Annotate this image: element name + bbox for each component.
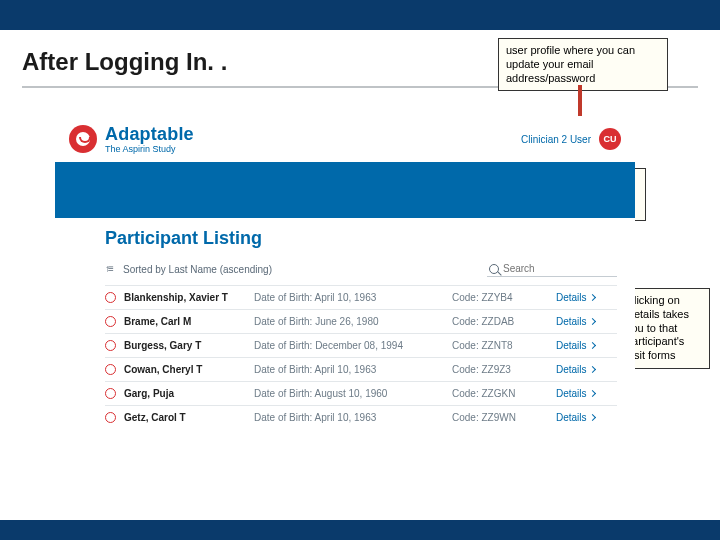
chevron-right-icon bbox=[589, 342, 596, 349]
row-dob: Date of Birth: June 26, 1980 bbox=[254, 316, 444, 327]
brand-left: Adaptable The Aspirin Study bbox=[69, 125, 194, 154]
row-radio[interactable] bbox=[105, 364, 116, 375]
sort-control[interactable]: Sorted by Last Name (ascending) bbox=[105, 263, 272, 275]
row-radio[interactable] bbox=[105, 316, 116, 327]
details-label: Details bbox=[556, 412, 587, 423]
sort-label: Sorted by Last Name (ascending) bbox=[123, 264, 272, 275]
table-row: Getz, Carol TDate of Birth: April 10, 19… bbox=[105, 405, 617, 429]
row-name: Getz, Carol T bbox=[124, 412, 246, 423]
row-radio[interactable] bbox=[105, 412, 116, 423]
row-code: Code: ZZ9WN bbox=[452, 412, 548, 423]
avatar[interactable]: CU bbox=[599, 128, 621, 150]
row-code: Code: ZZDAB bbox=[452, 316, 548, 327]
row-name: Cowan, Cheryl T bbox=[124, 364, 246, 375]
brand-name: Adaptable bbox=[105, 125, 194, 143]
row-name: Garg, Puja bbox=[124, 388, 246, 399]
row-dob: Date of Birth: December 08, 1994 bbox=[254, 340, 444, 351]
chevron-right-icon bbox=[589, 366, 596, 373]
brand-tagline: The Aspirin Study bbox=[105, 145, 194, 154]
details-link[interactable]: Details bbox=[556, 292, 595, 303]
search-input[interactable] bbox=[503, 263, 603, 274]
slide-top-bar bbox=[0, 0, 720, 30]
details-link[interactable]: Details bbox=[556, 412, 595, 423]
participant-list: Blankenship, Xavier TDate of Birth: Apri… bbox=[55, 281, 635, 429]
details-link[interactable]: Details bbox=[556, 388, 595, 399]
table-row: Blankenship, Xavier TDate of Birth: Apri… bbox=[105, 285, 617, 309]
chevron-right-icon bbox=[589, 318, 596, 325]
search-icon bbox=[489, 264, 499, 274]
chevron-right-icon bbox=[589, 294, 596, 301]
row-code: Code: ZZGKN bbox=[452, 388, 548, 399]
list-toolbar: Sorted by Last Name (ascending) bbox=[55, 255, 635, 281]
row-name: Burgess, Gary T bbox=[124, 340, 246, 351]
table-row: Cowan, Cheryl TDate of Birth: April 10, … bbox=[105, 357, 617, 381]
user-menu[interactable]: Clinician 2 User CU bbox=[521, 128, 621, 150]
row-name: Blankenship, Xavier T bbox=[124, 292, 246, 303]
chevron-right-icon bbox=[589, 414, 596, 421]
slide-bottom-bar bbox=[0, 520, 720, 540]
row-dob: Date of Birth: April 10, 1963 bbox=[254, 292, 444, 303]
row-dob: Date of Birth: April 10, 1963 bbox=[254, 364, 444, 375]
row-radio[interactable] bbox=[105, 388, 116, 399]
row-radio[interactable] bbox=[105, 340, 116, 351]
row-dob: Date of Birth: April 10, 1963 bbox=[254, 412, 444, 423]
user-label: Clinician 2 User bbox=[521, 134, 591, 145]
row-name: Brame, Carl M bbox=[124, 316, 246, 327]
details-link[interactable]: Details bbox=[556, 340, 595, 351]
details-label: Details bbox=[556, 340, 587, 351]
details-label: Details bbox=[556, 316, 587, 327]
details-label: Details bbox=[556, 292, 587, 303]
table-row: Burgess, Gary TDate of Birth: December 0… bbox=[105, 333, 617, 357]
row-radio[interactable] bbox=[105, 292, 116, 303]
row-code: Code: ZZNT8 bbox=[452, 340, 548, 351]
table-row: Garg, PujaDate of Birth: August 10, 1960… bbox=[105, 381, 617, 405]
page-heading-area: Participant Listing bbox=[55, 218, 635, 255]
details-link[interactable]: Details bbox=[556, 364, 595, 375]
brand-logo-icon bbox=[69, 125, 97, 153]
app-screenshot: Adaptable The Aspirin Study Clinician 2 … bbox=[55, 116, 635, 520]
details-label: Details bbox=[556, 388, 587, 399]
details-link[interactable]: Details bbox=[556, 316, 595, 327]
row-code: Code: ZZYB4 bbox=[452, 292, 548, 303]
details-label: Details bbox=[556, 364, 587, 375]
hero-strip bbox=[55, 162, 635, 218]
table-row: Brame, Carl MDate of Birth: June 26, 198… bbox=[105, 309, 617, 333]
row-dob: Date of Birth: August 10, 1960 bbox=[254, 388, 444, 399]
page-heading: Participant Listing bbox=[105, 228, 617, 249]
chevron-right-icon bbox=[589, 390, 596, 397]
brand-bar: Adaptable The Aspirin Study Clinician 2 … bbox=[55, 116, 635, 162]
brand-text: Adaptable The Aspirin Study bbox=[105, 125, 194, 154]
callout-user-profile: user profile where you can update your e… bbox=[498, 38, 668, 91]
search-box[interactable] bbox=[487, 261, 617, 277]
row-code: Code: ZZ9Z3 bbox=[452, 364, 548, 375]
sort-icon bbox=[105, 263, 117, 275]
